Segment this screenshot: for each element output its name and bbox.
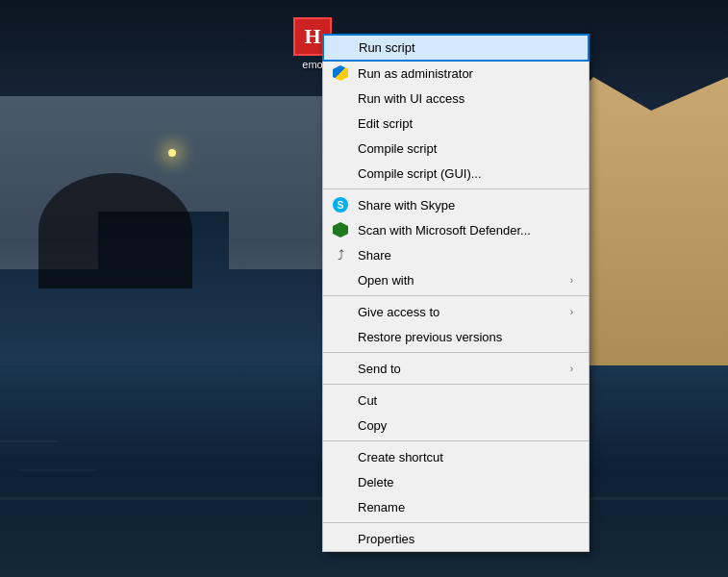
skype-icon: S: [331, 195, 350, 214]
submenu-arrow: ›: [570, 307, 573, 317]
menu-item-label: Scan with Microsoft Defender...: [358, 223, 573, 238]
menu-item-label: Copy: [358, 418, 573, 433]
menu-item-label: Cut: [358, 393, 573, 408]
menu-item-label: Rename: [358, 500, 573, 514]
menu-item-run-with-ui[interactable]: Run with UI access: [323, 86, 589, 111]
submenu-arrow: ›: [570, 364, 573, 374]
menu-separator: [323, 188, 589, 189]
menu-separator: [323, 384, 589, 385]
menu-item-label: Compile script (GUI)...: [358, 166, 573, 181]
menu-item-send-to[interactable]: Send to›: [323, 356, 589, 381]
menu-item-label: Send to: [358, 362, 570, 376]
menu-item-label: Give access to: [358, 305, 570, 319]
menu-item-label: Edit script: [358, 116, 573, 131]
shield-icon: [331, 63, 350, 83]
menu-item-edit-script[interactable]: Edit script: [323, 111, 589, 136]
submenu-arrow: ›: [570, 275, 573, 286]
menu-item-create-shortcut[interactable]: Create shortcut: [323, 444, 589, 469]
menu-item-label: Share: [358, 248, 573, 263]
menu-item-label: Restore previous versions: [358, 330, 573, 344]
menu-separator: [323, 440, 589, 441]
menu-item-give-access[interactable]: Give access to›: [323, 299, 589, 324]
menu-item-label: Run as administrator: [358, 66, 573, 81]
menu-separator: [323, 352, 589, 353]
menu-item-properties[interactable]: Properties: [323, 526, 589, 551]
menu-separator: [323, 522, 589, 523]
menu-item-label: Run script: [359, 40, 572, 55]
menu-item-label: Compile script: [358, 141, 573, 156]
menu-item-open-with[interactable]: Open with›: [323, 267, 589, 292]
menu-item-delete[interactable]: Delete: [323, 469, 589, 494]
menu-item-label: Share with Skype: [358, 198, 573, 213]
menu-item-copy[interactable]: Copy: [323, 413, 589, 438]
menu-item-share[interactable]: ⤴Share: [323, 242, 589, 267]
context-menu: Run scriptRun as administratorRun with U…: [322, 34, 590, 552]
icon-label: emo: [302, 59, 322, 70]
menu-item-share-skype[interactable]: SShare with Skype: [323, 192, 589, 217]
menu-item-restore-versions[interactable]: Restore previous versions: [323, 324, 589, 349]
menu-item-label: Create shortcut: [358, 450, 573, 464]
share-icon: ⤴: [331, 245, 350, 264]
menu-item-label: Run with UI access: [358, 91, 573, 106]
menu-item-scan-defender[interactable]: Scan with Microsoft Defender...: [323, 217, 589, 242]
defender-icon: [331, 220, 350, 239]
menu-item-rename[interactable]: Rename: [323, 494, 589, 519]
menu-item-cut[interactable]: Cut: [323, 388, 589, 413]
menu-item-compile-script-gui[interactable]: Compile script (GUI)...: [323, 161, 589, 186]
menu-item-label: Open with: [358, 273, 570, 288]
menu-item-label: Properties: [358, 532, 573, 546]
menu-item-compile-script[interactable]: Compile script: [323, 136, 589, 161]
menu-separator: [323, 295, 589, 296]
menu-item-label: Delete: [358, 475, 573, 489]
menu-item-run-as-admin[interactable]: Run as administrator: [323, 61, 589, 86]
menu-item-run-script[interactable]: Run script: [323, 35, 589, 61]
